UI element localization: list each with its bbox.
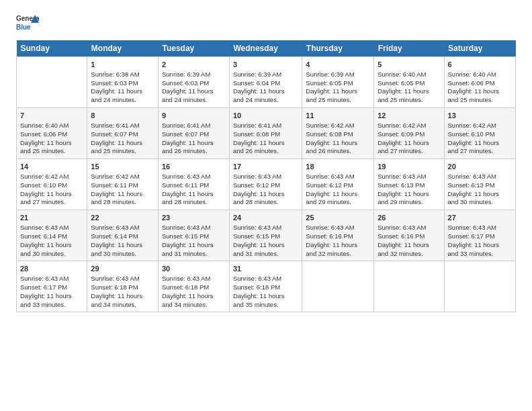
day-info: Sunrise: 6:38 AM Sunset: 6:03 PM Dayligh…	[91, 71, 154, 105]
day-number: 4	[306, 60, 370, 70]
day-number: 22	[91, 213, 154, 223]
calendar-cell	[374, 261, 444, 312]
calendar-cell: 17Sunrise: 6:43 AM Sunset: 6:12 PM Dayli…	[229, 159, 302, 210]
day-info: Sunrise: 6:39 AM Sunset: 6:05 PM Dayligh…	[306, 71, 370, 105]
calendar-cell: 8Sunrise: 6:41 AM Sunset: 6:07 PM Daylig…	[87, 108, 159, 159]
day-info: Sunrise: 6:43 AM Sunset: 6:15 PM Dayligh…	[162, 224, 226, 258]
calendar-cell: 7Sunrise: 6:40 AM Sunset: 6:06 PM Daylig…	[17, 108, 87, 159]
day-number: 24	[233, 213, 298, 223]
calendar-cell: 29Sunrise: 6:43 AM Sunset: 6:18 PM Dayli…	[87, 261, 159, 312]
weekday-header-tuesday: Tuesday	[158, 40, 229, 57]
day-info: Sunrise: 6:40 AM Sunset: 6:06 PM Dayligh…	[448, 71, 512, 105]
day-number: 28	[20, 264, 83, 274]
calendar-cell: 18Sunrise: 6:43 AM Sunset: 6:12 PM Dayli…	[302, 159, 374, 210]
calendar-cell: 20Sunrise: 6:43 AM Sunset: 6:13 PM Dayli…	[444, 159, 515, 210]
calendar-table: SundayMondayTuesdayWednesdayThursdayFrid…	[16, 40, 516, 312]
day-info: Sunrise: 6:42 AM Sunset: 6:08 PM Dayligh…	[306, 122, 370, 156]
calendar-cell: 6Sunrise: 6:40 AM Sunset: 6:06 PM Daylig…	[444, 57, 515, 108]
calendar-cell: 1Sunrise: 6:38 AM Sunset: 6:03 PM Daylig…	[87, 57, 159, 108]
calendar-cell: 4Sunrise: 6:39 AM Sunset: 6:05 PM Daylig…	[302, 57, 374, 108]
calendar-header-row: SundayMondayTuesdayWednesdayThursdayFrid…	[17, 40, 516, 57]
calendar-cell: 11Sunrise: 6:42 AM Sunset: 6:08 PM Dayli…	[302, 108, 374, 159]
day-number: 13	[448, 111, 512, 121]
day-info: Sunrise: 6:43 AM Sunset: 6:16 PM Dayligh…	[378, 224, 440, 258]
calendar-cell	[302, 261, 374, 312]
day-info: Sunrise: 6:43 AM Sunset: 6:12 PM Dayligh…	[306, 173, 370, 207]
calendar-cell: 13Sunrise: 6:42 AM Sunset: 6:10 PM Dayli…	[444, 108, 515, 159]
day-info: Sunrise: 6:43 AM Sunset: 6:18 PM Dayligh…	[91, 275, 154, 309]
day-info: Sunrise: 6:43 AM Sunset: 6:12 PM Dayligh…	[233, 173, 298, 207]
day-number: 7	[20, 111, 83, 121]
calendar-cell: 26Sunrise: 6:43 AM Sunset: 6:16 PM Dayli…	[374, 210, 444, 261]
day-number: 18	[306, 162, 370, 172]
day-number: 15	[91, 162, 154, 172]
day-info: Sunrise: 6:40 AM Sunset: 6:05 PM Dayligh…	[378, 71, 440, 105]
day-info: Sunrise: 6:43 AM Sunset: 6:15 PM Dayligh…	[233, 224, 298, 258]
day-number: 6	[448, 60, 512, 70]
day-number: 27	[448, 213, 512, 223]
day-number: 17	[233, 162, 298, 172]
day-number: 25	[306, 213, 370, 223]
calendar-cell	[444, 261, 515, 312]
day-info: Sunrise: 6:43 AM Sunset: 6:14 PM Dayligh…	[20, 224, 83, 258]
day-number: 1	[91, 60, 154, 70]
calendar-week-row: 21Sunrise: 6:43 AM Sunset: 6:14 PM Dayli…	[17, 210, 516, 261]
day-number: 16	[162, 162, 226, 172]
day-number: 12	[378, 111, 440, 121]
weekday-header-monday: Monday	[87, 40, 159, 57]
weekday-header-sunday: Sunday	[17, 40, 87, 57]
calendar-cell: 24Sunrise: 6:43 AM Sunset: 6:15 PM Dayli…	[229, 210, 302, 261]
day-number: 19	[378, 162, 440, 172]
calendar-cell: 2Sunrise: 6:39 AM Sunset: 6:03 PM Daylig…	[158, 57, 229, 108]
calendar-cell: 16Sunrise: 6:43 AM Sunset: 6:11 PM Dayli…	[158, 159, 229, 210]
weekday-header-friday: Friday	[374, 40, 444, 57]
calendar-body: 1Sunrise: 6:38 AM Sunset: 6:03 PM Daylig…	[17, 57, 516, 312]
day-number: 23	[162, 213, 226, 223]
weekday-header-saturday: Saturday	[444, 40, 515, 57]
day-number: 21	[20, 213, 83, 223]
calendar-cell: 12Sunrise: 6:42 AM Sunset: 6:09 PM Dayli…	[374, 108, 444, 159]
calendar-cell: 28Sunrise: 6:43 AM Sunset: 6:17 PM Dayli…	[17, 261, 87, 312]
day-info: Sunrise: 6:42 AM Sunset: 6:10 PM Dayligh…	[448, 122, 512, 156]
day-number: 31	[233, 264, 298, 274]
calendar-cell: 10Sunrise: 6:41 AM Sunset: 6:08 PM Dayli…	[229, 108, 302, 159]
svg-text:Blue: Blue	[16, 24, 31, 31]
calendar-cell: 15Sunrise: 6:42 AM Sunset: 6:11 PM Dayli…	[87, 159, 159, 210]
logo: General Blue	[16, 12, 39, 35]
day-info: Sunrise: 6:42 AM Sunset: 6:11 PM Dayligh…	[91, 173, 154, 207]
day-info: Sunrise: 6:43 AM Sunset: 6:13 PM Dayligh…	[378, 173, 440, 207]
day-number: 10	[233, 111, 298, 121]
calendar-cell: 19Sunrise: 6:43 AM Sunset: 6:13 PM Dayli…	[374, 159, 444, 210]
day-info: Sunrise: 6:43 AM Sunset: 6:13 PM Dayligh…	[448, 173, 512, 207]
day-info: Sunrise: 6:43 AM Sunset: 6:14 PM Dayligh…	[91, 224, 154, 258]
calendar-week-row: 1Sunrise: 6:38 AM Sunset: 6:03 PM Daylig…	[17, 57, 516, 108]
day-number: 29	[91, 264, 154, 274]
logo-container: General Blue	[16, 12, 39, 35]
day-number: 30	[162, 264, 226, 274]
day-info: Sunrise: 6:39 AM Sunset: 6:04 PM Dayligh…	[233, 71, 298, 105]
day-info: Sunrise: 6:40 AM Sunset: 6:06 PM Dayligh…	[20, 122, 83, 156]
logo-icon: General Blue	[16, 12, 39, 35]
day-info: Sunrise: 6:43 AM Sunset: 6:18 PM Dayligh…	[233, 275, 298, 309]
page: General Blue SundayMondayTuesdayWednesda…	[0, 0, 532, 319]
day-info: Sunrise: 6:41 AM Sunset: 6:07 PM Dayligh…	[91, 122, 154, 156]
calendar-cell	[17, 57, 87, 108]
day-number: 8	[91, 111, 154, 121]
day-info: Sunrise: 6:43 AM Sunset: 6:17 PM Dayligh…	[20, 275, 83, 309]
calendar-cell: 30Sunrise: 6:43 AM Sunset: 6:18 PM Dayli…	[158, 261, 229, 312]
day-number: 20	[448, 162, 512, 172]
day-number: 14	[20, 162, 83, 172]
calendar-cell: 31Sunrise: 6:43 AM Sunset: 6:18 PM Dayli…	[229, 261, 302, 312]
calendar-cell: 27Sunrise: 6:43 AM Sunset: 6:17 PM Dayli…	[444, 210, 515, 261]
calendar-cell: 9Sunrise: 6:41 AM Sunset: 6:07 PM Daylig…	[158, 108, 229, 159]
weekday-header-thursday: Thursday	[302, 40, 374, 57]
day-info: Sunrise: 6:42 AM Sunset: 6:09 PM Dayligh…	[378, 122, 440, 156]
calendar-week-row: 7Sunrise: 6:40 AM Sunset: 6:06 PM Daylig…	[17, 108, 516, 159]
weekday-header-wednesday: Wednesday	[229, 40, 302, 57]
header-area: General Blue	[16, 12, 516, 35]
day-number: 3	[233, 60, 298, 70]
day-number: 26	[378, 213, 440, 223]
day-info: Sunrise: 6:43 AM Sunset: 6:17 PM Dayligh…	[448, 224, 512, 258]
calendar-week-row: 28Sunrise: 6:43 AM Sunset: 6:17 PM Dayli…	[17, 261, 516, 312]
day-number: 2	[162, 60, 226, 70]
